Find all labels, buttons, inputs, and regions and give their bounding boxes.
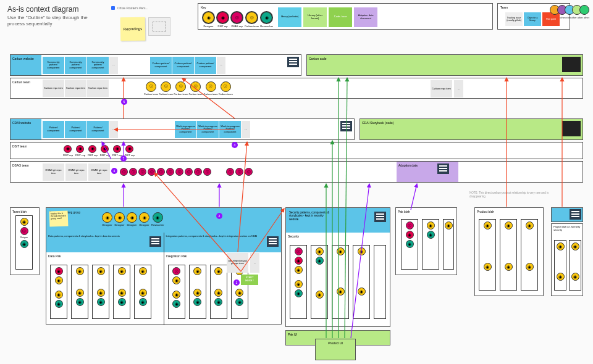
step-num: 7 xyxy=(120,155,127,162)
repo-card: Carbon repo item xyxy=(431,80,452,97)
repo-card: DSAG git repo item xyxy=(65,163,87,181)
team-legend-label: Team xyxy=(500,6,508,9)
pattern-card: ... xyxy=(109,57,118,74)
carbon-team-icon: ⦾ xyxy=(245,11,258,24)
dsag-icon: ⦾ xyxy=(148,168,156,176)
team-blah-panel: Team blah ◉ ⦾ Designer ◉ xyxy=(10,207,40,275)
dsit-icon: ◉ xyxy=(64,145,72,153)
lane-title: Carbon code xyxy=(307,55,338,75)
pattern-card: ... xyxy=(242,121,250,138)
repo-card: Carbon repo item xyxy=(65,80,86,97)
step-num: 3 xyxy=(232,142,238,148)
legend-tracking: Tracking issue (usually github) xyxy=(505,12,523,26)
library-icon xyxy=(374,212,386,222)
carbon-code-lane: Carbon code xyxy=(306,54,583,76)
lane-title: Carbon team xyxy=(11,78,41,98)
note-text: NOTE: This direct carbon-product relatio… xyxy=(469,191,550,199)
carbon-icon: ⦾ xyxy=(206,81,216,92)
library-icon xyxy=(149,236,161,247)
step-num: 1 xyxy=(233,279,240,286)
dsit-icon: ◉ xyxy=(113,145,121,153)
library-icon xyxy=(267,236,279,247)
key-label: Key xyxy=(201,6,206,9)
pattern-card: Pattern/ component xyxy=(43,121,64,138)
cdai-website-lane: CDAI website Pattern/ componentPattern/ … xyxy=(10,118,355,140)
repo-card: Carbon repo item xyxy=(43,80,64,97)
library-icon xyxy=(287,57,299,67)
pattern-card: Work-in-progress Pattern/ component xyxy=(219,121,241,138)
project-blah-panel: Project blah i.e. formerly security ◉◉ ◉… xyxy=(551,223,583,296)
lane-title: DSAG team xyxy=(11,162,41,182)
product-ui-lane: Product UI xyxy=(315,339,356,360)
page-title: As-is context diagram xyxy=(7,5,78,14)
start-here-label[interactable]: START HERE ! xyxy=(241,275,258,285)
dsit-icon: ◉ xyxy=(88,145,96,153)
pattern-card: Carbon pattern/ component xyxy=(195,57,216,74)
pattern-card: ... xyxy=(217,57,225,74)
image-placeholder xyxy=(148,17,170,36)
pattern-card: Work-in-progress Pattern/ component xyxy=(197,121,219,138)
pak-blah-panel: Pak blah ⦾◉◉ ◉◉ ◉ xyxy=(395,207,457,275)
pattern-card: ... xyxy=(109,121,118,138)
dsag-icon: ⦾ xyxy=(129,168,137,176)
cdai-storybook-lane: CDAI Storybook (code) xyxy=(360,118,583,140)
library-icon xyxy=(437,163,449,174)
dsag-icon: ⦾ xyxy=(138,168,146,176)
legend-box: library (website) xyxy=(278,7,301,27)
dsag-icon: ⦾ xyxy=(166,168,174,176)
lane-title: CDAI website xyxy=(11,119,41,139)
dsag-icon: ⦾ xyxy=(175,168,183,176)
pattern-card: Community pattern/ component xyxy=(65,57,86,74)
pattern-card: Work-in-progress Pattern/ component xyxy=(175,121,196,138)
dsag-icon: ⦾ xyxy=(185,168,193,176)
lane-title: Pak UI xyxy=(286,331,390,338)
pattern-card: Community pattern/ component xyxy=(43,57,64,74)
step-num: 2 xyxy=(216,213,222,219)
panel-title: Pak blah xyxy=(396,208,456,215)
pattern-card: Carbon pattern/ component xyxy=(150,57,172,74)
library-icon xyxy=(570,209,581,220)
legend-box: Library (other format) xyxy=(303,7,327,27)
dsag-icon: ⦾ xyxy=(120,168,128,176)
dsag-icon: ⦾ xyxy=(235,168,243,176)
extra-small-panel xyxy=(551,207,583,222)
designer-icon: ◉ xyxy=(127,212,137,223)
presence-dot xyxy=(111,6,115,10)
dsag-icon: ⦾ xyxy=(194,168,202,176)
repo-card: DSAG git repo item xyxy=(43,163,64,181)
carbon-icon: ⦾ xyxy=(190,81,201,92)
carbon-website-lane: Carbon website Community pattern/ compon… xyxy=(10,54,301,76)
dsag-team-lane: DSAG team DSAG git repo item DSAG git re… xyxy=(10,161,583,183)
carbon-icon: ⦾ xyxy=(161,81,171,92)
presence-label: Chloe Poulter's Pers... xyxy=(117,6,148,10)
terminal-icon xyxy=(562,57,581,72)
step-num: 4 xyxy=(111,168,117,174)
carbon-icon: ⦾ xyxy=(175,81,186,92)
legend-object: Object in a library xyxy=(524,12,541,26)
terminal-icon xyxy=(562,121,581,136)
dsit-icon: ◉ xyxy=(76,145,84,153)
recordings-sticky[interactable]: Recordings xyxy=(120,17,146,41)
researcher-icon: ◉ xyxy=(153,212,163,223)
security-panel: Security patterns, components & storyboo… xyxy=(285,207,390,327)
dsag-icon: ⦾ xyxy=(20,227,28,235)
library-icon xyxy=(340,121,352,131)
corner-avatars xyxy=(552,5,589,15)
step-num: 5 xyxy=(121,99,127,105)
card-ellipsis: ... xyxy=(250,253,259,273)
pattern-card: Pattern/ component xyxy=(87,121,109,138)
maybe-sticky[interactable]: Maybe this is the pak-bistrack group now… xyxy=(49,210,69,226)
legend-box: Adoption data document xyxy=(354,7,377,27)
panel-title: Team blah xyxy=(11,208,39,215)
carbon-icon: ⦾ xyxy=(221,81,231,92)
lane-title: Product UI xyxy=(316,339,355,347)
dsag-icon: ⦾ xyxy=(203,168,211,176)
lane-title: DSIT team xyxy=(11,143,41,159)
integration-pak-area: Integration Pak ⦾◉◉◉ ◉◉◉ ◉◉◉ ◉◉◉ xyxy=(164,252,282,325)
security-title: Security xyxy=(288,234,388,238)
repo-card: Carbon repo item xyxy=(87,80,109,97)
dsag-icon: ⦾ xyxy=(157,168,165,176)
pattern-card: Carbon pattern/ component xyxy=(172,57,194,74)
dsit-team-lane: DSIT team ◉DSIT rep ◉DSIT rep ◉DSIT rep … xyxy=(10,142,583,159)
lane-title: CDAI Storybook (code) xyxy=(360,119,416,139)
